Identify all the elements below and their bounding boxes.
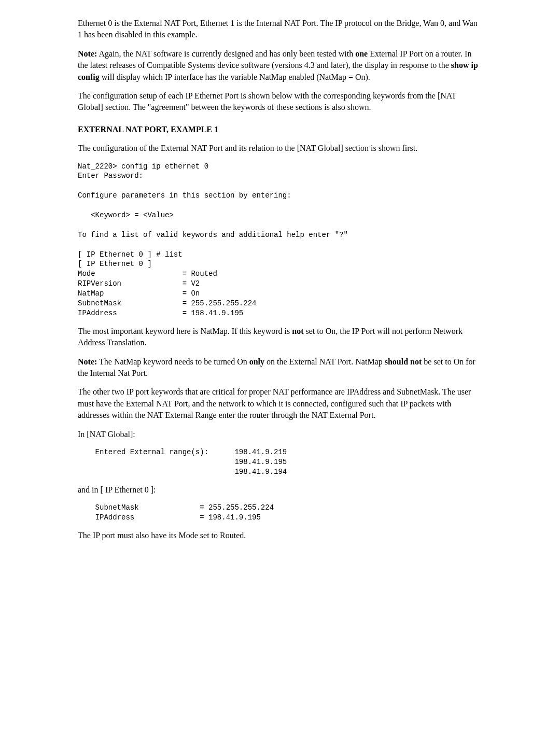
code-block-external-range: Entered External range(s): 198.41.9.219 … <box>78 447 482 477</box>
paragraph-intro: Ethernet 0 is the External NAT Port, Eth… <box>78 18 482 41</box>
bold-one: one <box>355 49 368 58</box>
text: The most important keyword here is NatMa… <box>78 327 292 335</box>
text: The NatMap keyword needs to be turned On <box>97 357 249 366</box>
bold-should-not: should not <box>385 357 422 366</box>
paragraph-other-keywords: The other two IP port keywords that are … <box>78 386 482 421</box>
heading-external-nat-port: EXTERNAL NAT PORT, EXAMPLE 1 <box>78 124 482 135</box>
paragraph-mode-routed: The IP port must also have its Mode set … <box>78 530 482 541</box>
note-label: Note: <box>78 49 97 58</box>
text: on the External NAT Port. NatMap <box>264 357 385 366</box>
paragraph-note-1: Note: Again, the NAT software is current… <box>78 48 482 83</box>
paragraph-note-2: Note: The NatMap keyword needs to be tur… <box>78 356 482 379</box>
note-label: Note: <box>78 357 97 366</box>
paragraph-natmap-keyword: The most important keyword here is NatMa… <box>78 326 482 349</box>
text: will display which IP interface has the … <box>100 73 370 81</box>
paragraph-in-nat-global: In [NAT Global]: <box>78 429 482 440</box>
bold-only: only <box>249 357 264 366</box>
paragraph-config-setup: The configuration setup of each IP Ether… <box>78 90 482 114</box>
paragraph-config-shown-first: The configuration of the External NAT Po… <box>78 143 482 154</box>
paragraph-in-ip-ethernet: and in [ IP Ethernet 0 ]: <box>78 484 482 496</box>
bold-not: not <box>292 327 303 335</box>
code-block-config-ip-ethernet: Nat_2220> config ip ethernet 0 Enter Pas… <box>78 162 482 318</box>
text: Again, the NAT software is currently des… <box>97 49 355 58</box>
code-block-subnet-ip: SubnetMask = 255.255.255.224 IPAddress =… <box>78 503 482 523</box>
